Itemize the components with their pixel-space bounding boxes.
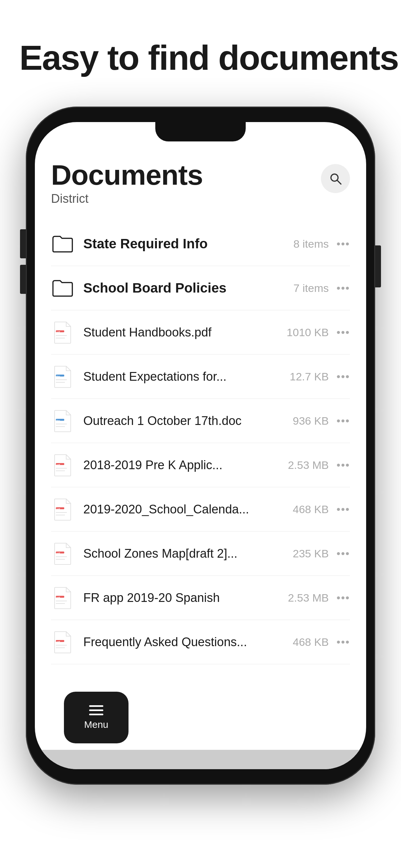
pdf-icon: pdf [51,630,74,654]
phone-screen: Documents District State Required Info 8… [35,122,366,769]
item-name: State Required Info [83,236,283,252]
item-name: School Zones Map[draft 2]... [83,547,283,561]
list-item[interactable]: pdf 2018-2019 Pre K Applic... 2.53 MB ••… [51,443,350,487]
item-size: 12.7 KB [289,370,329,383]
documents-title: Documents [51,161,203,189]
item-name: Frequently Asked Questions... [83,635,283,649]
list-item[interactable]: pdf 2019-2020_School_Calenda... 468 KB •… [51,487,350,531]
item-name: 2018-2019 Pre K Applic... [83,458,281,472]
svg-text:pdf: pdf [57,552,60,555]
item-size: 2.53 MB [288,459,329,471]
svg-line-1 [337,180,341,184]
menu-icon [89,705,103,715]
menu-button[interactable]: Menu [64,692,128,743]
menu-label: Menu [84,719,108,730]
item-more-button[interactable]: ••• [336,592,350,604]
item-name: Student Expectations for... [83,370,283,383]
item-more-button[interactable]: ••• [336,547,350,560]
notch [155,122,246,142]
item-size: 936 KB [290,414,329,427]
list-item[interactable]: pdf Frequently Asked Questions... 468 KB… [51,620,350,664]
item-name: FR app 2019-20 Spanish [83,591,281,605]
item-name: Student Handbooks.pdf [83,326,280,339]
item-name: Outreach 1 October 17th.doc [83,414,283,428]
item-name: School Board Policies [83,280,283,296]
list-item[interactable]: pdf Student Handbooks.pdf 1010 KB ••• [51,310,350,354]
pdf-icon: pdf [51,498,74,521]
header-text: Documents District [51,161,203,206]
file-list: State Required Info 8 items ••• School B… [51,222,350,664]
list-item[interactable]: doc Student Expectations for... 12.7 KB … [51,354,350,399]
search-icon [329,172,342,185]
svg-text:doc: doc [56,375,60,377]
svg-text:doc: doc [56,420,60,422]
list-item[interactable]: doc Outreach 1 October 17th.doc 936 KB •… [51,399,350,443]
item-size: 1010 KB [287,326,329,339]
list-item[interactable]: pdf FR app 2019-20 Spanish 2.53 MB ••• [51,576,350,620]
item-size: 468 KB [290,503,329,516]
item-more-button[interactable]: ••• [336,282,350,294]
list-item[interactable]: School Board Policies 7 items ••• [51,266,350,310]
bottom-strip [35,750,366,769]
item-more-button[interactable]: ••• [336,370,350,383]
page-headline: Easy to find documents [19,39,398,77]
svg-text:pdf: pdf [57,508,60,510]
pdf-icon: pdf [51,454,74,476]
item-size: 8 items [290,238,329,250]
item-more-button[interactable]: ••• [336,459,350,471]
documents-header: Documents District [51,161,350,206]
item-more-button[interactable]: ••• [336,238,350,250]
svg-text:pdf: pdf [57,464,60,466]
folder-icon [51,276,74,300]
screen-content: Documents District State Required Info 8… [35,145,366,769]
item-size: 468 KB [290,636,329,648]
item-size: 2.53 MB [288,592,329,604]
documents-subtitle: District [51,192,203,206]
list-item[interactable]: State Required Info 8 items ••• [51,222,350,266]
doc-icon: doc [51,409,74,432]
volume-down-button [20,265,26,294]
list-item[interactable]: pdf School Zones Map[draft 2]... 235 KB … [51,531,350,576]
doc-icon: doc [51,365,74,388]
item-size: 235 KB [290,547,329,560]
item-more-button[interactable]: ••• [336,503,350,516]
pdf-icon: pdf [51,586,74,609]
phone-frame: Documents District State Required Info 8… [26,106,375,785]
item-more-button[interactable]: ••• [336,326,350,339]
item-name: 2019-2020_School_Calenda... [83,502,283,516]
svg-text:pdf: pdf [57,331,60,334]
item-more-button[interactable]: ••• [336,414,350,427]
folder-icon [51,232,74,255]
power-button [375,245,381,287]
search-button[interactable] [321,164,350,193]
item-more-button[interactable]: ••• [336,636,350,648]
svg-text:pdf: pdf [57,641,60,643]
pdf-icon: pdf [51,321,74,344]
pdf-icon: pdf [51,542,74,565]
svg-text:pdf: pdf [57,596,60,599]
item-size: 7 items [290,282,329,294]
volume-up-button [20,229,26,258]
